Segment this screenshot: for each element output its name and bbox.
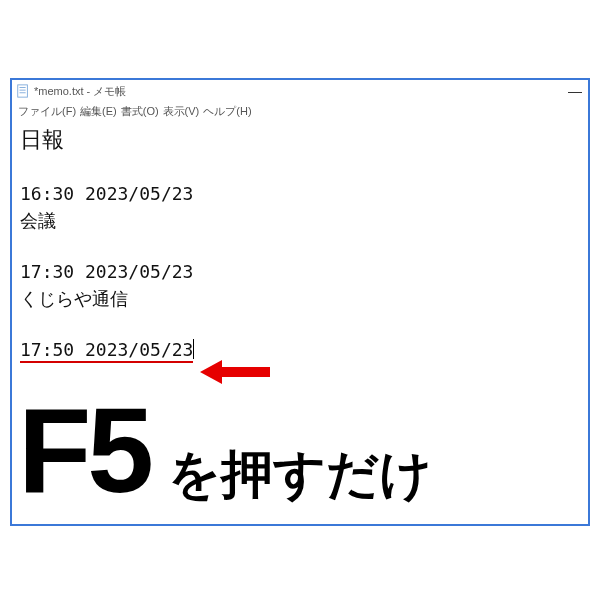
highlighted-line: 17:50 2023/05/23	[20, 336, 194, 363]
blank-line	[20, 234, 580, 258]
menu-edit[interactable]: 編集(E)	[80, 104, 117, 119]
menu-file[interactable]: ファイル(F)	[18, 104, 76, 119]
entry-text-1: 会議	[20, 207, 580, 234]
window-title: *memo.txt - メモ帳	[34, 84, 126, 99]
timestamp-line-3: 17:50 2023/05/23	[20, 339, 193, 363]
annotation-key-label: F5	[18, 390, 150, 510]
blank-line	[20, 312, 580, 336]
menubar: ファイル(F) 編集(E) 書式(O) 表示(V) ヘルプ(H)	[12, 102, 588, 121]
titlebar[interactable]: *memo.txt - メモ帳 —	[12, 80, 588, 102]
blank-line	[20, 156, 580, 180]
minimize-button[interactable]: —	[568, 84, 582, 98]
entry-text-2: くじらや通信	[20, 285, 580, 312]
annotation-overlay: F5 を押すだけ	[18, 390, 432, 510]
notepad-icon	[16, 84, 30, 98]
annotation-text: を押すだけ	[168, 448, 432, 500]
text-caret	[193, 339, 194, 359]
heading-line: 日報	[20, 123, 580, 156]
menu-format[interactable]: 書式(O)	[121, 104, 159, 119]
text-editor-area[interactable]: 日報 16:30 2023/05/23 会議 17:30 2023/05/23 …	[12, 121, 588, 367]
svg-rect-0	[18, 85, 28, 97]
menu-view[interactable]: 表示(V)	[163, 104, 200, 119]
menu-help[interactable]: ヘルプ(H)	[203, 104, 251, 119]
timestamp-line-1: 16:30 2023/05/23	[20, 180, 580, 207]
timestamp-line-2: 17:30 2023/05/23	[20, 258, 580, 285]
